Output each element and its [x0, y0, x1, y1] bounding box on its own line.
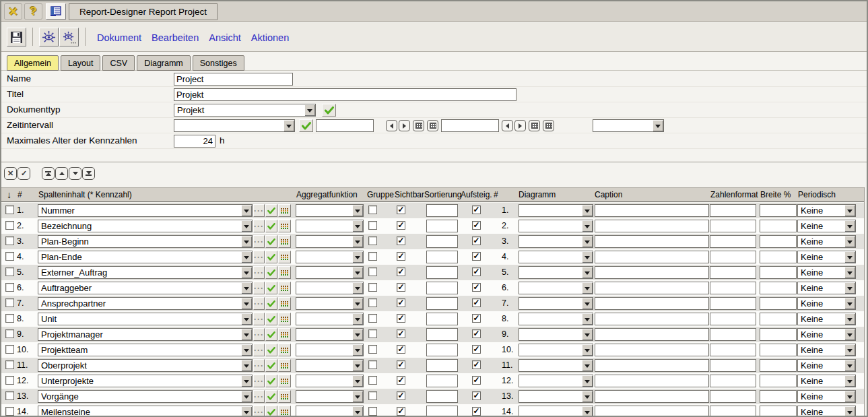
key-figure-grid-button[interactable]	[278, 266, 291, 279]
aufsteig-checkbox[interactable]: ✓	[472, 376, 481, 385]
diagramm-select[interactable]	[519, 220, 593, 232]
apply-column-button[interactable]	[265, 204, 277, 217]
dropdown-button[interactable]	[582, 220, 593, 232]
zeitintervall-select[interactable]	[174, 119, 295, 132]
column-content-select[interactable]: Vorgänge	[38, 390, 253, 403]
start-next-button[interactable]	[399, 120, 410, 131]
dropdown-button[interactable]	[241, 391, 252, 402]
breite-input[interactable]	[760, 359, 797, 372]
periodisch-select[interactable]: Keine	[797, 390, 856, 403]
aggregate-function-select[interactable]	[296, 282, 364, 294]
apply-column-button[interactable]	[265, 375, 277, 387]
zahlenformat-input[interactable]	[710, 297, 756, 310]
apply-column-button[interactable]	[265, 390, 277, 403]
menu-ansicht[interactable]: Ansicht	[209, 32, 241, 43]
dropdown-button[interactable]	[283, 120, 294, 131]
breite-input[interactable]	[760, 344, 797, 356]
dropdown-button[interactable]	[844, 344, 855, 356]
caption-input[interactable]	[595, 406, 709, 416]
caption-input[interactable]	[595, 328, 709, 341]
column-content-select[interactable]: Bezeichnung	[38, 220, 253, 232]
periodisch-select[interactable]: Keine	[797, 235, 856, 248]
gruppe-checkbox[interactable]	[368, 360, 377, 369]
dropdown-button[interactable]	[304, 104, 315, 116]
caption-input[interactable]	[595, 313, 709, 325]
dropdown-button[interactable]	[582, 375, 593, 387]
aufsteig-checkbox[interactable]: ✓	[472, 267, 481, 276]
breite-input[interactable]	[760, 406, 797, 416]
diagramm-select[interactable]	[519, 344, 593, 356]
column-content-select[interactable]: Ansprechpartner	[38, 297, 253, 310]
aufsteig-checkbox[interactable]: ✓	[472, 407, 481, 416]
ellipsis-button[interactable]: ···	[253, 297, 265, 310]
apply-column-button[interactable]	[265, 344, 277, 356]
move-bottom-button[interactable]	[82, 167, 95, 180]
periodisch-select[interactable]: Keine	[797, 220, 856, 232]
row-select-checkbox[interactable]	[5, 267, 14, 276]
dropdown-button[interactable]	[582, 298, 593, 309]
sichtbar-checkbox[interactable]: ✓	[397, 236, 405, 245]
sichtbar-checkbox[interactable]: ✓	[397, 391, 405, 400]
column-content-select[interactable]: Unterprojekte	[38, 375, 253, 387]
dropdown-button[interactable]	[582, 391, 593, 402]
apply-zeitintervall-button[interactable]	[299, 119, 313, 132]
dropdown-button[interactable]	[241, 406, 252, 416]
row-select-checkbox[interactable]	[5, 283, 14, 292]
tab-sonstiges[interactable]: Sonstiges	[193, 55, 244, 71]
aggregate-function-select[interactable]	[296, 297, 364, 310]
dropdown-button[interactable]	[844, 282, 855, 294]
move-up-button[interactable]	[55, 167, 68, 180]
dokumenttyp-select[interactable]: Projekt	[174, 104, 316, 117]
column-content-select[interactable]: Auftraggeber	[38, 282, 253, 294]
periodisch-select[interactable]: Keine	[797, 375, 856, 387]
zahlenformat-input[interactable]	[710, 313, 756, 325]
ellipsis-button[interactable]: ···	[253, 251, 265, 263]
dropdown-button[interactable]	[582, 313, 593, 325]
ellipsis-button[interactable]: ···	[253, 390, 265, 403]
sichtbar-checkbox[interactable]: ✓	[397, 407, 405, 416]
dropdown-button[interactable]	[844, 220, 855, 232]
max-alter-input[interactable]	[174, 135, 215, 148]
aggregate-function-select[interactable]	[296, 390, 364, 403]
tab-diagramm[interactable]: Diagramm	[137, 55, 191, 71]
sortierung-input[interactable]	[426, 266, 458, 279]
row-select-checkbox[interactable]	[5, 298, 14, 307]
ellipsis-button[interactable]: ···	[253, 266, 265, 279]
aggregate-function-select[interactable]	[296, 220, 364, 232]
end-prev-button[interactable]	[502, 120, 513, 131]
zahlenformat-input[interactable]	[710, 251, 756, 263]
zahlenformat-input[interactable]	[710, 390, 756, 403]
aufsteig-checkbox[interactable]: ✓	[472, 391, 481, 400]
column-content-select[interactable]: Externer_Auftrag	[38, 266, 253, 279]
dropdown-button[interactable]	[844, 267, 855, 278]
name-input[interactable]	[174, 73, 293, 86]
breite-input[interactable]	[760, 282, 797, 294]
sortierung-input[interactable]	[426, 251, 458, 263]
gruppe-checkbox[interactable]	[368, 267, 377, 276]
apply-column-button[interactable]	[265, 297, 277, 310]
aggregate-function-select[interactable]	[296, 313, 364, 325]
periodisch-select[interactable]: Keine	[797, 266, 856, 279]
dropdown-button[interactable]	[352, 236, 363, 247]
ellipsis-button[interactable]: ···	[253, 235, 265, 248]
zahlenformat-input[interactable]	[710, 266, 756, 279]
periodisch-select[interactable]: Keine	[797, 313, 856, 325]
dropdown-button[interactable]	[582, 236, 593, 247]
gruppe-checkbox[interactable]	[368, 329, 377, 338]
interval-unit-select[interactable]	[593, 119, 664, 132]
tab-allgemein[interactable]: Allgemein	[7, 55, 59, 71]
tab-layout[interactable]: Layout	[61, 55, 101, 71]
apply-column-button[interactable]	[265, 220, 277, 232]
diagramm-select[interactable]	[519, 313, 593, 325]
periodisch-select[interactable]: Keine	[797, 344, 856, 356]
move-top-button[interactable]	[42, 167, 55, 180]
interval-start-input[interactable]	[316, 119, 374, 132]
periodisch-select[interactable]: Keine	[797, 328, 856, 341]
sortierung-input[interactable]	[426, 313, 458, 325]
end-calendar2-button[interactable]	[543, 120, 554, 131]
tab-csv[interactable]: CSV	[102, 55, 135, 71]
breite-input[interactable]	[760, 313, 797, 325]
apply-dokumenttyp-button[interactable]	[322, 104, 336, 117]
start-calendar-button[interactable]	[413, 120, 424, 131]
zahlenformat-input[interactable]	[710, 406, 756, 416]
